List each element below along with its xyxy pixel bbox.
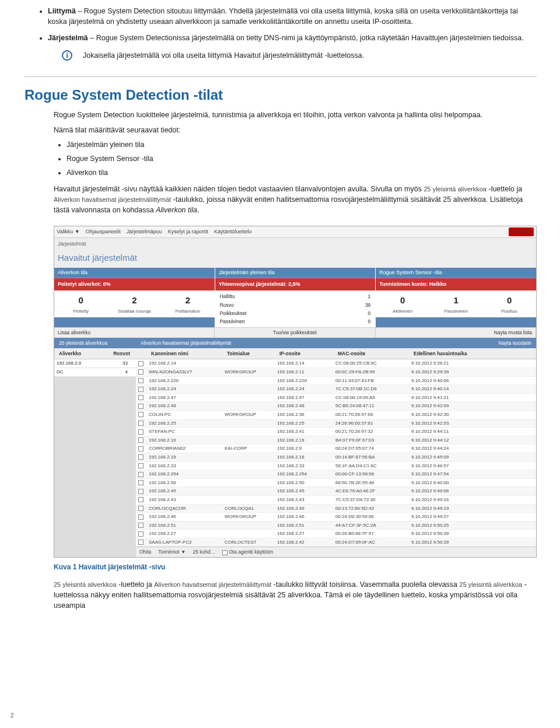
left-table: 25 yleisintä aliverkkoa Aliverkko Rosvot…	[54, 338, 136, 557]
metric-label: Peitetty	[57, 308, 106, 315]
col-header: Toimialue	[225, 349, 277, 358]
menu-item[interactable]: Valikko ▼	[57, 228, 80, 236]
figure-caption: Kuva 1 Havaitut järjestelmät -sivu	[54, 562, 537, 572]
metric-value: 0	[57, 294, 106, 307]
table-row[interactable]: 192.168.2.19192.168.2.19B4:07:F9:0F:67:0…	[136, 436, 536, 445]
table-row[interactable]: CORROBRIAN02KAI-CORP192.168.2.900:24:D7:…	[136, 444, 536, 453]
row-key: Passiivinen	[220, 318, 245, 325]
bullet-text: – Rogue System Detectionissa järjestelmä…	[88, 34, 524, 42]
bullet-liittyma: Liittymä – Rogue System Detection sitout…	[48, 6, 537, 27]
right-table: Aliverkon havaitsemat järjestelmäliittym…	[136, 338, 536, 557]
bullet-term: Järjestelmä	[48, 34, 88, 42]
col-header: Edellinen havaintoaika	[411, 349, 481, 358]
col-header: Aliverkko	[57, 349, 103, 358]
row-key: Rosvo	[220, 302, 234, 309]
info-icon: i	[62, 50, 72, 61]
col-header: MAC-osoite	[335, 349, 411, 358]
panel-head: Rogue System Sensor -tila	[376, 268, 536, 278]
footer-item[interactable]: Ota agentti käyttöön	[222, 548, 273, 555]
col-header: Kanoninen nimi	[149, 349, 225, 358]
table-footer: Ohita Toiminnot ▼ 25 kohd… Ota agentti k…	[136, 547, 536, 556]
info-text: Jokaisella järjestelmällä voi olla useit…	[83, 50, 364, 61]
metric-label: Passiivinen	[432, 308, 481, 315]
metric-label: Puuttuu	[485, 308, 534, 315]
table-row[interactable]: 192.168.2.50192.168.2.5068:56:7B:2E:55:4…	[136, 479, 536, 488]
panel-banner: Yhteensopivat järjestelmät: 2,5%	[215, 278, 376, 290]
table-row[interactable]: COLIN-PCWORKGROUP192.168.2.3600:21:70:28…	[136, 411, 536, 419]
screenshot-embed: Valikko ▼ Ohjauspaneelit Järjestelmäpuu …	[54, 226, 537, 558]
state-list: Järjestelmän yleinen tila Rogue System S…	[66, 139, 537, 178]
state-item: Järjestelmän yleinen tila	[66, 139, 537, 150]
tables-area: 25 yleisintä aliverkkoa Aliverkko Rosvot…	[54, 338, 536, 557]
right-table-title: Aliverkon havaitsemat järjestelmäliittym…	[138, 339, 233, 347]
table-row[interactable]: 192.168.2.47192.168.2.47CC:08:00:19:09:A…	[136, 394, 536, 402]
table-row[interactable]: 192.168.2.46WORKGROUP192.168.2.4600:24:D…	[136, 513, 536, 522]
row-key: Hallittu	[220, 293, 235, 300]
panel-button[interactable]: Tuo/vie poikkeukset	[215, 328, 375, 337]
table-row[interactable]: 192.168.2.254192.168.2.25400:00:CF:13:58…	[136, 470, 536, 479]
panel-button[interactable]: Nayta musta lista	[376, 328, 536, 337]
state-item: Rogue System Sensor -tila	[66, 153, 537, 164]
table-row[interactable]: 192.168.2.48192.168.2.485C:B5:24:08:47:1…	[136, 402, 536, 411]
table-row[interactable]: 192.168.2.43192.168.2.437C:C5:37:D4:72:3…	[136, 496, 536, 505]
panel-banner: Peitetyt aliverkot: 0%	[54, 278, 215, 290]
table-row[interactable]: 192.168.2.14192.168.2.14CC:08:00:25:CB:0…	[136, 359, 536, 368]
metric-value: 0	[485, 294, 534, 307]
row-val: 1	[368, 293, 371, 300]
panel-banner: Tunnistimen kunto: Heikko	[376, 278, 536, 290]
breadcrumb: Järjestelmät	[54, 238, 536, 250]
footer-item[interactable]: Ohita	[139, 548, 151, 555]
table-row[interactable]: 192.168.2.220192.168.2.22000:11:43:07:43…	[136, 377, 536, 386]
table-row[interactable]: 192.168.2.25192.168.2.2524:26:96:00:37:8…	[136, 419, 536, 428]
table-row[interactable]: CORLOCQACORCORLOCQA1192.168.2.4900:13:72…	[136, 505, 536, 513]
row-val: 0	[368, 310, 371, 317]
panel-buttons: Lisaa aliverkko Tuo/vie poikkeukset Nayt…	[54, 327, 536, 337]
row-val: 0	[368, 318, 371, 325]
table-row[interactable]: 192.168.2.033	[54, 359, 136, 368]
brand-badge: McAfee	[509, 228, 534, 236]
panel-sensor: Rogue System Sensor -tila Tunnistimen ku…	[376, 268, 536, 327]
body-paragraph: Havaitut järjestelmät -sivu näyttää kaik…	[54, 184, 537, 215]
col-header	[138, 349, 149, 358]
menu-item[interactable]: Käytäntöluettelo	[214, 228, 252, 236]
menu-item[interactable]: Kyselyt ja raportit	[168, 228, 208, 236]
metric-value: 2	[163, 294, 212, 307]
ss-toolbar: Valikko ▼ Ohjauspaneelit Järjestelmäpuu …	[54, 226, 536, 238]
status-panels: Aliverkon tila Peitetyt aliverkot: 0% 0P…	[54, 268, 536, 327]
info-callout: i Jokaisella järjestelmällä voi olla use…	[62, 50, 537, 61]
bullet-jarjestelma: Järjestelmä – Rogue System Detectionissa…	[48, 33, 537, 43]
state-item: Aliverkon tila	[66, 167, 537, 178]
col-header: Rosvot	[103, 349, 132, 358]
table-row[interactable]: 192.168.2.27192.168.2.2700:26:B0:88:7F:9…	[136, 530, 536, 538]
table-row[interactable]: DC4	[54, 368, 136, 377]
footer-item[interactable]: Toiminnot ▼	[158, 548, 186, 555]
section-heading: Rogue System Detection -tilat	[24, 76, 537, 106]
table-row[interactable]: 192.168.2.24192.168.2.247C:C5:37:0B:1C:D…	[136, 385, 536, 394]
filter-link[interactable]: Nayta suodatin	[496, 339, 534, 347]
left-table-title: 25 yleisintä aliverkkoa	[57, 339, 110, 347]
metric-value: 1	[432, 294, 481, 307]
panel-subnet: Aliverkon tila Peitetyt aliverkot: 0% 0P…	[54, 268, 215, 327]
footer-item: 25 kohd…	[192, 548, 215, 555]
row-val: 39	[365, 302, 370, 309]
metric-value: 2	[110, 294, 159, 307]
table-row[interactable]: 192.168.2.33192.168.2.3358:1F:AA:D4:C1:8…	[136, 462, 536, 471]
metric-value: 0	[378, 294, 427, 307]
panel-button[interactable]: Lisaa aliverkko	[54, 328, 215, 337]
panel-head: Aliverkon tila	[54, 268, 215, 278]
table-row[interactable]: 192.168.2.18192.168.2.1800:14:BF:87:56:B…	[136, 453, 536, 462]
final-paragraph: 25 yleisintä aliverkkoa -luettelo ja Ali…	[54, 579, 537, 611]
bullet-term: Liittymä	[48, 7, 76, 15]
metric-label: Aktiivinen	[378, 308, 427, 315]
bullet-text: – Rogue System Detection sitoutuu liitty…	[48, 7, 518, 26]
metric-label: Sisaltaa rosvoja	[110, 308, 159, 315]
menu-item[interactable]: Järjestelmäpuu	[127, 228, 162, 236]
intro-paragraph-2: Nämä tilat määrittävät seuraavat tiedot:	[54, 125, 537, 135]
table-row[interactable]: 192.168.2.51192.168.2.5144:A7:CF:3F:5C:2…	[136, 522, 536, 530]
row-key: Poikkeukset	[220, 310, 247, 317]
table-row[interactable]: STEFAN-PC192.168.2.4100:21:70:28:97:329.…	[136, 428, 536, 436]
table-row[interactable]: SAAS-LAPTOP-PC2CORLOCTEST192.168.2.4200:…	[136, 538, 536, 547]
menu-item[interactable]: Ohjauspaneelit	[86, 228, 121, 236]
table-row[interactable]: WIN-N2ONGA33LV7WORKGROUP192.168.2.1100:0…	[136, 368, 536, 377]
table-row[interactable]: 192.168.2.45192.168.2.454C:E6:76:A0:46:2…	[136, 487, 536, 496]
